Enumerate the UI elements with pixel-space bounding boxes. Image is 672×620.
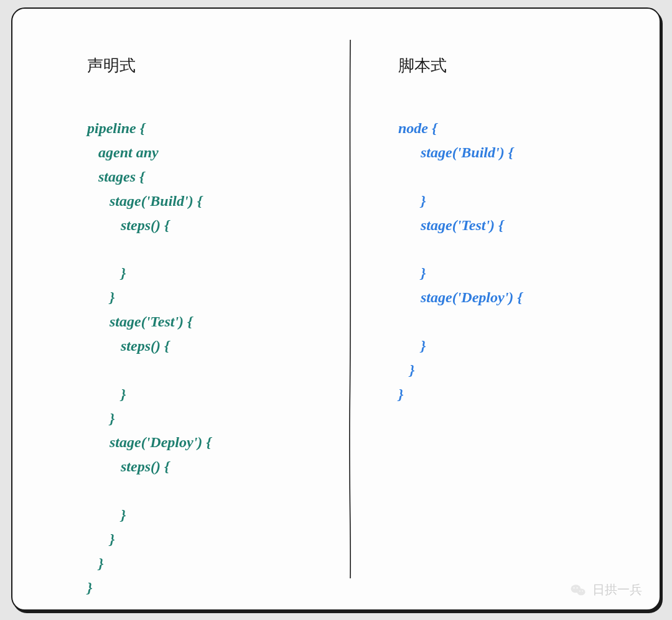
svg-point-3 [576,587,577,588]
svg-point-5 [582,590,583,591]
title-scripted: 脚本式 [398,55,635,76]
code-declarative: pipeline { agent any stages { stage('Bui… [87,116,324,600]
column-declarative: 声明式 pipeline { agent any stages { stage(… [12,9,348,609]
column-scripted: 脚本式 node { stage('Build') { } stage('Tes… [348,9,660,609]
divider-line [349,40,350,578]
watermark: 日拱一兵 [570,581,642,598]
code-scripted: node { stage('Build') { } stage('Test') … [398,116,635,407]
columns: 声明式 pipeline { agent any stages { stage(… [12,9,660,609]
title-declarative: 声明式 [87,55,324,76]
svg-point-4 [579,590,581,591]
wechat-icon [570,582,586,598]
svg-point-2 [573,587,574,588]
watermark-label: 日拱一兵 [592,581,642,598]
svg-point-1 [577,588,586,595]
diagram-card: 声明式 pipeline { agent any stages { stage(… [11,7,661,611]
